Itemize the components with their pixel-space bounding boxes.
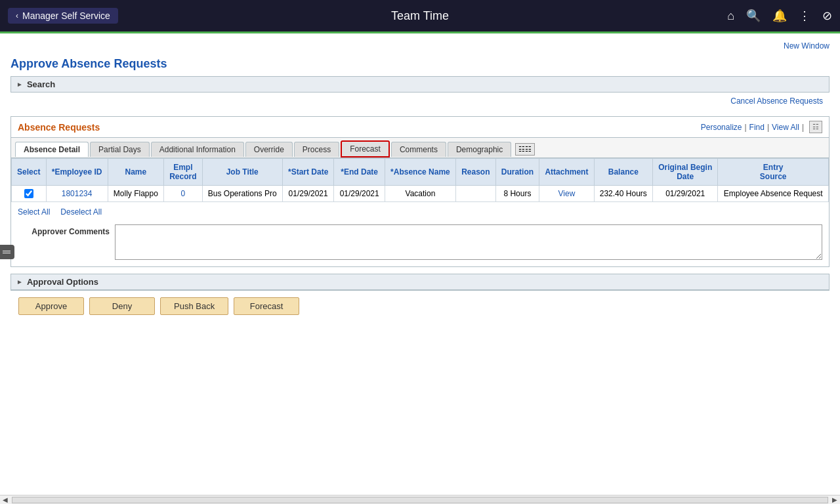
view-attachment-link[interactable]: View — [558, 189, 576, 198]
search-icon[interactable]: 🔍 — [746, 9, 761, 23]
absence-requests-table: Select *Employee ID Name EmplRecord Job … — [11, 158, 829, 202]
push-back-button[interactable]: Push Back — [160, 297, 228, 315]
tab-demographic[interactable]: Demographic — [448, 142, 511, 157]
tab-grid-icon[interactable]: ☷☷ — [515, 143, 535, 156]
tab-additional-information[interactable]: Additional Information — [151, 142, 244, 157]
search-triangle-icon: ► — [16, 81, 23, 88]
home-icon[interactable]: ⌂ — [727, 9, 734, 23]
find-link[interactable]: Find — [749, 123, 765, 132]
cell-balance: 232.40 Hours — [594, 186, 652, 202]
cell-start-date: 01/29/2021 — [282, 186, 334, 202]
select-deselect-row: Select All Deselect All — [11, 202, 829, 222]
approve-button[interactable]: Approve — [18, 297, 84, 315]
view-all-link[interactable]: View All — [772, 123, 799, 132]
tab-override[interactable]: Override — [245, 142, 293, 157]
absence-requests-title: Absence Requests — [18, 122, 100, 133]
grid-view-icon[interactable]: ☷ — [809, 121, 822, 133]
select-all-link[interactable]: Select All — [18, 207, 50, 217]
cell-reason — [456, 186, 496, 202]
new-window-link[interactable]: New Window — [10, 39, 830, 53]
page-title: Approve Absence Requests — [10, 57, 830, 71]
tab-forecast[interactable]: Forecast — [341, 140, 390, 158]
col-select: Select — [12, 159, 47, 186]
approval-options-section: ► Approval Options — [10, 274, 830, 291]
absence-requests-container: Absence Requests Personalize | Find | Vi… — [10, 116, 830, 267]
col-start-date: *Start Date — [282, 159, 334, 186]
back-arrow-icon: ‹ — [16, 11, 18, 20]
approval-options-triangle-icon: ► — [16, 278, 23, 285]
search-section-header[interactable]: ► Search — [10, 76, 830, 93]
nav-icons: ⌂ 🔍 🔔 ⋮ ⊘ — [727, 9, 832, 23]
top-nav: ‹ Manager Self Service Team Time ⌂ 🔍 🔔 ⋮… — [0, 0, 840, 32]
cell-absence-name: Vacation — [385, 186, 455, 202]
page-nav-title: Team Time — [391, 9, 449, 23]
col-attachment: Attachment — [539, 159, 594, 186]
col-balance: Balance — [594, 159, 652, 186]
main-content: New Window Approve Absence Requests ► Se… — [0, 33, 840, 327]
tab-absence-detail[interactable]: Absence Detail — [15, 142, 89, 157]
row-checkbox[interactable] — [24, 189, 33, 198]
side-panel-tab[interactable]: || — [0, 245, 14, 259]
approver-comments-row: Approver Comments — [11, 222, 829, 266]
cell-entry-source: Employee Absence Request — [718, 186, 829, 202]
cancel-absence-link[interactable]: Cancel Absence Requests — [10, 93, 830, 110]
tab-partial-days[interactable]: Partial Days — [90, 142, 150, 157]
tab-comments[interactable]: Comments — [391, 142, 446, 157]
approval-options-header[interactable]: ► Approval Options — [11, 274, 829, 290]
cell-select — [12, 186, 47, 202]
approval-options-label: Approval Options — [27, 277, 98, 287]
col-employee-id: *Employee ID — [46, 159, 108, 186]
back-button[interactable]: ‹ Manager Self Service — [8, 8, 118, 24]
deselect-all-link[interactable]: Deselect All — [60, 207, 102, 217]
empl-record-link[interactable]: 0 — [180, 189, 185, 198]
table-row: 1801234 Molly Flappo 0 Bus Operations Pr… — [12, 186, 829, 202]
back-label: Manager Self Service — [22, 10, 110, 21]
tab-process[interactable]: Process — [294, 142, 339, 157]
col-empl-record: EmplRecord — [164, 159, 203, 186]
block-icon[interactable]: ⊘ — [822, 9, 832, 23]
cell-name: Molly Flappo — [108, 186, 163, 202]
deny-button[interactable]: Deny — [89, 297, 155, 315]
col-entry-source: EntrySource — [718, 159, 829, 186]
col-reason: Reason — [456, 159, 496, 186]
cell-employee-id: 1801234 — [46, 186, 108, 202]
approver-comments-input[interactable] — [115, 224, 822, 260]
col-name: Name — [108, 159, 163, 186]
col-duration: Duration — [495, 159, 539, 186]
col-job-title: Job Title — [202, 159, 282, 186]
action-buttons-row: Approve Deny Push Back Forecast — [10, 291, 830, 322]
cell-original-begin-date: 01/29/2021 — [653, 186, 718, 202]
col-absence-name: *Absence Name — [385, 159, 455, 186]
col-end-date: *End Date — [334, 159, 385, 186]
cell-duration: 8 Hours — [495, 186, 539, 202]
cell-end-date: 01/29/2021 — [334, 186, 385, 202]
tabs-row: Absence Detail Partial Days Additional I… — [11, 138, 829, 158]
forecast-button[interactable]: Forecast — [234, 297, 299, 315]
cell-attachment: View — [539, 186, 594, 202]
search-label: Search — [27, 79, 55, 89]
absence-requests-header: Absence Requests Personalize | Find | Vi… — [11, 117, 829, 138]
personalize-link[interactable]: Personalize — [701, 123, 742, 132]
bell-icon[interactable]: 🔔 — [772, 9, 787, 23]
more-icon[interactable]: ⋮ — [799, 9, 810, 23]
cell-job-title: Bus Operations Pro — [202, 186, 282, 202]
absence-header-links: Personalize | Find | View All | ☷ — [701, 121, 822, 133]
approver-comments-label: Approver Comments — [18, 224, 110, 236]
col-original-begin-date: Original BeginDate — [653, 159, 718, 186]
employee-id-link[interactable]: 1801234 — [62, 189, 93, 198]
cell-empl-record: 0 — [164, 186, 203, 202]
